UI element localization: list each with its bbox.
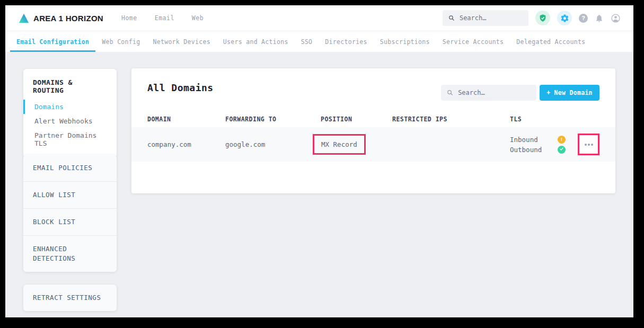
sidebar-item-email-policies[interactable]: EMAIL POLICIES bbox=[23, 155, 117, 182]
sidebar-policies-card: EMAIL POLICIES ALLOW LIST BLOCK LIST ENH… bbox=[23, 155, 117, 272]
all-domains-card: All Domains + New Domain DOMAIN FORWARDI… bbox=[131, 68, 615, 193]
sidebar-item-alert-webhooks[interactable]: Alert Webhooks bbox=[23, 114, 117, 128]
primary-nav: Home Email Web bbox=[121, 14, 204, 22]
brand-logo[interactable]: AREA 1 HORIZON bbox=[18, 12, 103, 24]
cell-position: MX Record bbox=[321, 134, 392, 155]
ellipsis-menu-icon bbox=[588, 144, 590, 146]
table-header: DOMAIN FORWARDING TO POSITION RESTRICTED… bbox=[131, 116, 615, 123]
tls-labels: Inbound Outbound bbox=[510, 135, 558, 155]
tab-users-and-actions[interactable]: Users and Actions bbox=[217, 31, 295, 52]
tab-service-accounts[interactable]: Service Accounts bbox=[436, 31, 510, 52]
page-title: All Domains bbox=[147, 82, 214, 93]
app-window: AREA 1 HORIZON Home Email Web bbox=[5, 5, 633, 317]
secondary-nav: Email Configuration Web Config Network D… bbox=[5, 31, 633, 52]
ellipsis-menu-icon bbox=[591, 144, 593, 146]
cell-domain: company.com bbox=[147, 140, 225, 148]
domains-search[interactable] bbox=[441, 85, 536, 101]
nav-web[interactable]: Web bbox=[192, 14, 204, 22]
sidebar-item-enhanced-detections[interactable]: ENHANCED DETECTIONS bbox=[23, 236, 117, 272]
tab-sso[interactable]: SSO bbox=[295, 31, 319, 52]
check-icon bbox=[558, 146, 566, 154]
warning-icon: ! bbox=[558, 136, 566, 144]
column-restricted-ips: RESTRICTED IPS bbox=[392, 116, 510, 123]
column-forwarding-to: FORWARDING TO bbox=[225, 116, 321, 123]
search-icon bbox=[448, 14, 455, 22]
sidebar-item-domains[interactable]: Domains bbox=[23, 100, 117, 114]
search-icon bbox=[447, 89, 453, 96]
nav-home[interactable]: Home bbox=[121, 14, 137, 22]
sidebar-item-block-list[interactable]: BLOCK LIST bbox=[23, 209, 117, 236]
row-actions-highlight-box bbox=[578, 134, 599, 155]
row-actions-menu-button[interactable] bbox=[581, 137, 596, 152]
account-icon bbox=[611, 13, 621, 23]
account-button[interactable] bbox=[611, 13, 621, 23]
tab-web-config[interactable]: Web Config bbox=[95, 31, 146, 52]
notifications-button[interactable] bbox=[595, 14, 604, 23]
table-row[interactable]: company.com google.com MX Record Inbound… bbox=[131, 127, 615, 162]
tab-delegated-accounts[interactable]: Delegated Accounts bbox=[510, 31, 592, 52]
content-area: DOMAINS & ROUTING Domains Alert Webhooks… bbox=[5, 52, 633, 317]
sidebar-domains-routing-card: DOMAINS & ROUTING Domains Alert Webhooks… bbox=[23, 69, 117, 158]
position-value-highlight-box: MX Record bbox=[313, 134, 366, 155]
column-tls: TLS bbox=[510, 116, 615, 123]
sidebar-item-allow-list[interactable]: ALLOW LIST bbox=[23, 182, 117, 209]
ellipsis-menu-icon bbox=[585, 144, 587, 146]
help-button[interactable]: ? bbox=[579, 14, 588, 23]
column-position: POSITION bbox=[321, 116, 392, 123]
sidebar-item-retract-settings[interactable]: RETRACT SETTINGS bbox=[23, 285, 117, 311]
settings-button[interactable] bbox=[557, 11, 572, 25]
sidebar-retract-card: RETRACT SETTINGS bbox=[23, 285, 117, 311]
tab-email-configuration[interactable]: Email Configuration bbox=[10, 31, 95, 52]
top-bar-actions: ? bbox=[443, 10, 621, 26]
sidebar-section-title: DOMAINS & ROUTING bbox=[23, 78, 117, 100]
top-bar: AREA 1 HORIZON Home Email Web bbox=[5, 5, 633, 31]
sidebar-item-partner-domains-tls[interactable]: Partner Domains TLS bbox=[23, 128, 117, 150]
security-status-button[interactable] bbox=[535, 11, 550, 25]
nav-email[interactable]: Email bbox=[155, 14, 174, 22]
tab-directories[interactable]: Directories bbox=[319, 31, 373, 52]
shield-check-icon bbox=[539, 14, 547, 22]
tab-subscriptions[interactable]: Subscriptions bbox=[374, 31, 436, 52]
cell-tls: Inbound Outbound ! bbox=[510, 134, 615, 155]
help-icon: ? bbox=[579, 14, 588, 23]
tls-status-icons: ! bbox=[558, 136, 566, 154]
domains-search-input[interactable] bbox=[458, 89, 531, 96]
global-search[interactable] bbox=[443, 10, 528, 26]
new-domain-button[interactable]: + New Domain bbox=[540, 85, 599, 101]
tls-inbound-label: Inbound bbox=[510, 135, 558, 145]
notifications-bell-icon bbox=[595, 14, 604, 23]
tab-network-devices[interactable]: Network Devices bbox=[147, 31, 217, 52]
settings-gear-icon bbox=[560, 14, 569, 23]
column-domain: DOMAIN bbox=[147, 116, 225, 123]
tls-outbound-label: Outbound bbox=[510, 145, 558, 155]
area1-triangle-logo-icon bbox=[18, 12, 30, 24]
global-search-input[interactable] bbox=[460, 14, 523, 22]
brand-name: AREA 1 HORIZON bbox=[33, 14, 103, 23]
cell-forwarding-to: google.com bbox=[225, 140, 321, 148]
